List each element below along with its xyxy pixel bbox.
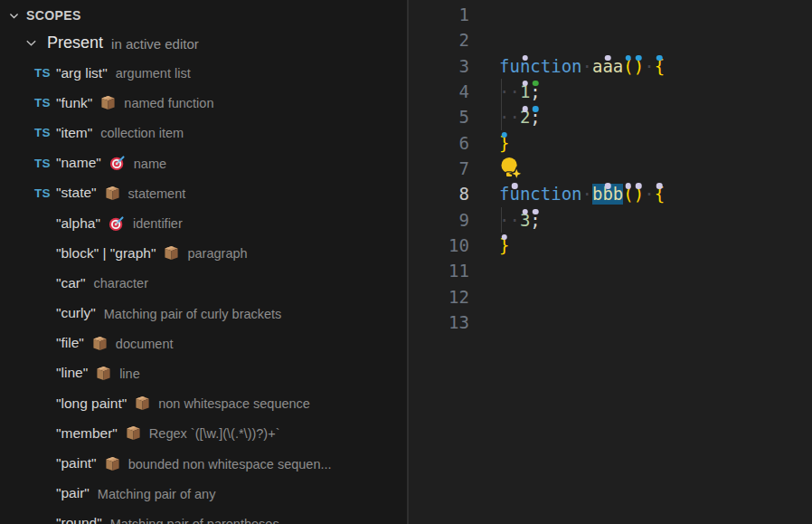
code-line[interactable]: 3function·aaa()·{ [409, 53, 812, 79]
scope-item[interactable]: "car"character [0, 268, 407, 298]
scope-name: "curly" [56, 305, 96, 321]
code-line-content: } [499, 130, 509, 156]
scope-description: Matching pair of parentheses [110, 516, 279, 524]
code-line-content: ··1; [499, 79, 541, 104]
scope-item[interactable]: TS"state"statement [0, 178, 407, 208]
whitespace-dots: · [644, 56, 654, 76]
scope-description: line [119, 366, 140, 381]
scope-description: Regex `([\w.](\(.*\))?)+` [149, 425, 280, 441]
code-line[interactable]: 13 [409, 310, 812, 335]
target-icon [109, 155, 126, 171]
package-icon [92, 336, 108, 351]
scope-item[interactable]: "line"line [0, 358, 407, 388]
package-icon [105, 456, 120, 472]
line-number: 6 [409, 130, 469, 156]
scope-name: "alpha" [56, 215, 100, 232]
scope-item[interactable]: "file"document [0, 329, 407, 358]
panel-title: SCOPES [26, 8, 81, 23]
cursorless-hat-green [533, 81, 539, 87]
scope-name: "round" [56, 515, 102, 524]
code-token: function [499, 56, 582, 76]
scope-description: document [116, 336, 174, 351]
code-line[interactable]: 6} [409, 130, 812, 156]
scope-item[interactable]: "paint"bounded non whitespace sequen... [0, 448, 407, 478]
package-icon [164, 245, 179, 261]
code-line[interactable]: 12 [409, 284, 812, 310]
cursorless-hat-gray [605, 183, 611, 189]
scope-name: "funk" [56, 95, 92, 111]
scope-item[interactable]: TS"arg list"argument list [0, 58, 407, 88]
scope-item[interactable]: "pair"Matching pair of any [0, 479, 407, 509]
scope-name: "member" [56, 425, 118, 442]
cursorless-hat-gray [636, 183, 642, 189]
cursorless-hat-blue [626, 55, 632, 62]
cursorless-hat-blue [533, 106, 539, 112]
scope-item[interactable]: "member"Regex `([\w.](\(.*\))?)+` [0, 418, 407, 448]
scopes-panel: SCOPES Present in active editor TS"arg l… [0, 0, 409, 524]
code-line[interactable]: 11 [409, 258, 812, 283]
code-editor[interactable]: 123function·aaa()·{4··1;5··2;6}78functio… [409, 0, 812, 524]
line-number: 3 [409, 53, 469, 79]
chevron-down-icon [8, 10, 20, 22]
code-line[interactable]: 10} [409, 233, 812, 258]
cursorless-hat-gray [626, 183, 632, 189]
chevron-down-icon [24, 36, 38, 50]
code-line[interactable]: 8function·bbb()·{ [409, 181, 812, 206]
scope-description: bounded non whitespace sequen... [128, 456, 332, 472]
scope-item[interactable]: "block" | "graph"paragraph [0, 238, 407, 268]
lightbulb-sparkle-icon[interactable] [500, 157, 523, 187]
typescript-badge: TS [34, 66, 56, 80]
scope-group-present[interactable]: Present in active editor [0, 27, 407, 58]
cursorless-hat-gray [522, 81, 528, 87]
code-line[interactable]: 4··1; [409, 79, 812, 104]
scope-description: paragraph [187, 245, 247, 261]
scope-item[interactable]: TS"name"name [0, 148, 407, 178]
scope-item[interactable]: "curly"Matching pair of curly brackets [0, 299, 407, 329]
package-icon [96, 366, 111, 381]
cursorless-hat-gray [656, 183, 663, 189]
whitespace-dots: · [582, 56, 592, 76]
typescript-badge: TS [34, 96, 56, 110]
code-line-content: ··2; [499, 104, 541, 129]
scope-description: statement [128, 186, 186, 201]
scope-description: identifier [133, 215, 183, 231]
typescript-badge: TS [34, 157, 56, 170]
scope-item[interactable]: "round"Matching pair of parentheses [0, 509, 407, 524]
line-number: 9 [409, 207, 469, 233]
group-label: Present [47, 33, 103, 52]
vscode-window: SCOPES Present in active editor TS"arg l… [0, 0, 812, 524]
line-number: 4 [409, 79, 469, 104]
code-line[interactable]: 7 [409, 156, 812, 181]
line-number: 8 [409, 181, 469, 206]
cursorless-hat-gray [605, 55, 611, 62]
cursorless-hat-gray [522, 106, 528, 112]
code-lines: 123function·aaa()·{4··1;5··2;6}78functio… [409, 2, 812, 335]
package-icon [135, 395, 150, 411]
scope-description: name [134, 156, 166, 171]
scope-item[interactable]: TS"item"collection item [0, 118, 407, 148]
scope-item[interactable]: TS"funk"named function [0, 88, 407, 118]
line-number: 2 [409, 27, 469, 52]
code-line[interactable]: 5··2; [409, 104, 812, 129]
code-line[interactable]: 2 [409, 27, 812, 52]
scope-description: Matching pair of any [98, 486, 216, 501]
whitespace-dots: · [644, 184, 654, 204]
line-number: 1 [409, 2, 469, 27]
code-line[interactable]: 1 [409, 2, 812, 27]
typescript-badge: TS [34, 126, 56, 139]
scope-item[interactable]: "alpha"identifier [0, 208, 407, 238]
whitespace-dots: · [582, 184, 592, 204]
panel-header[interactable]: SCOPES [0, 4, 407, 27]
target-icon [109, 215, 125, 232]
scope-name: "block" | "graph" [56, 245, 156, 262]
scope-description: collection item [100, 125, 184, 140]
scope-item[interactable]: "long paint"non whitespace sequence [0, 388, 407, 418]
package-icon [126, 425, 141, 441]
line-number: 10 [409, 233, 469, 258]
scope-name: "car" [56, 275, 86, 291]
whitespace-dots: ·· [499, 81, 520, 101]
cursorless-hat-blue [636, 55, 642, 62]
scope-name: "pair" [56, 485, 90, 501]
cursorless-hat-gray [522, 209, 528, 215]
code-line[interactable]: 9··3; [409, 207, 812, 233]
